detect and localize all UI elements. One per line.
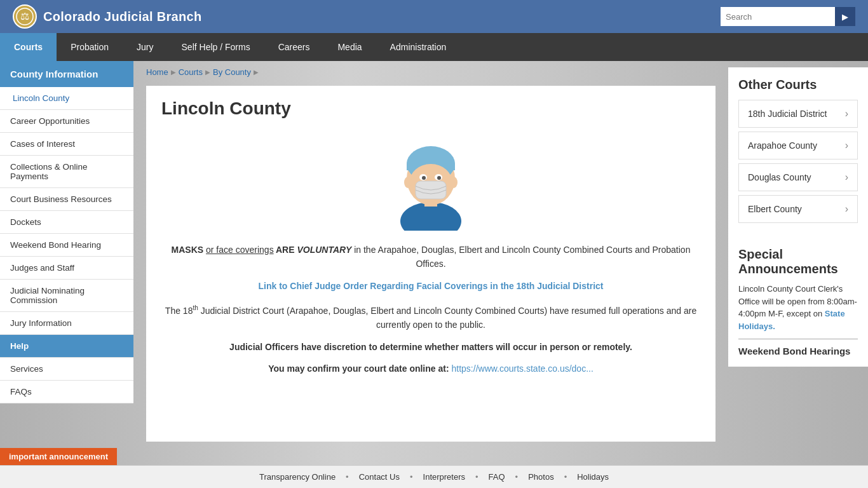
divider <box>738 339 858 339</box>
special-ann-text: Lincoln County Court Clerk's Office will… <box>738 283 858 332</box>
svg-point-11 <box>422 176 426 180</box>
search-input[interactable] <box>721 7 835 26</box>
nav-item-administration[interactable]: Administration <box>376 33 461 61</box>
sidebar-item-weekend-bond[interactable]: Weekend Bond Hearing <box>0 234 133 257</box>
confirm-date-text: You may confirm your court date online a… <box>161 362 700 376</box>
sidebar-item-collections[interactable]: Collections & Online Payments <box>0 156 133 188</box>
weekend-bond-title: Weekend Bond Hearings <box>738 346 858 356</box>
footer-dot-3: • <box>475 472 478 482</box>
svg-text:⚖: ⚖ <box>20 11 29 22</box>
chevron-icon-douglas: › <box>845 172 848 183</box>
page-body: County Information Lincoln County Career… <box>0 61 868 465</box>
footer-holidays[interactable]: Holidays <box>577 472 609 482</box>
logo-container: ⚖ Colorado Judicial Branch <box>13 4 201 29</box>
sidebar-item-judges-staff[interactable]: Judges and Staff <box>0 257 133 280</box>
superscript-th: th <box>193 304 198 311</box>
sidebar-item-services[interactable]: Services <box>0 358 133 381</box>
left-sidebar: County Information Lincoln County Career… <box>0 61 133 465</box>
court-label-douglas: Douglas County <box>748 172 811 182</box>
sidebar-item-faqs[interactable]: FAQs <box>0 381 133 403</box>
other-courts-title: Other Courts <box>738 78 858 92</box>
mask-image-container <box>161 129 700 233</box>
search-button[interactable]: ▶ <box>835 7 855 26</box>
sidebar-item-dockets[interactable]: Dockets <box>0 211 133 234</box>
logo-icon: ⚖ <box>13 4 37 29</box>
court-label-arapahoe: Arapahoe County <box>748 140 817 151</box>
officer-discretion-text: Judicial Officers have discretion to det… <box>161 340 700 354</box>
voluntary-text: VOLUNTARY <box>297 245 351 255</box>
search-container: ▶ <box>721 7 855 26</box>
sidebar-item-judicial-nominating[interactable]: Judicial Nominating Commission <box>0 280 133 312</box>
special-announcements-card: Special Announcements Lincoln County Cou… <box>728 237 868 367</box>
important-announcement-banner[interactable]: important announcement <box>0 448 117 465</box>
page-title: Lincoln County <box>161 98 700 119</box>
footer-dot-5: • <box>564 472 567 482</box>
district-court-text: The 18th Judicial District Court (Arapah… <box>161 303 700 332</box>
breadcrumb-sep-1: ▶ <box>171 69 176 76</box>
breadcrumb-courts[interactable]: Courts <box>179 67 203 77</box>
chief-judge-paragraph: Link to Chief Judge Order Regarding Faci… <box>161 279 700 293</box>
footer-dot-4: • <box>515 472 519 482</box>
body-text-3: Judicial District Court (Arapahoe, Dougl… <box>198 306 696 330</box>
chevron-icon-arapahoe: › <box>845 140 848 151</box>
court-link-douglas[interactable]: Douglas County › <box>738 163 858 191</box>
footer-photos[interactable]: Photos <box>528 472 553 482</box>
svg-point-13 <box>404 177 412 188</box>
mask-image <box>380 129 482 231</box>
main-nav: Courts Probation Jury Self Help / Forms … <box>0 33 868 61</box>
breadcrumb: Home ▶ Courts ▶ By County ▶ <box>146 61 715 86</box>
court-link-arapahoe[interactable]: Arapahoe County › <box>738 132 858 159</box>
main-content: Home ▶ Courts ▶ By County ▶ Lincoln Coun… <box>133 61 728 465</box>
confirm-label: You may confirm your court date online a… <box>268 363 451 374</box>
footer-transparency[interactable]: Transparency Online <box>259 472 336 482</box>
svg-point-14 <box>450 177 458 188</box>
sidebar-item-career-opportunities[interactable]: Career Opportunities <box>0 110 133 133</box>
content-card: Lincoln County <box>146 86 715 442</box>
mask-notice: MASKS or face coverings ARE VOLUNTARY in… <box>161 243 700 271</box>
footer-interpreters[interactable]: Interpreters <box>423 472 465 482</box>
svg-point-12 <box>437 176 441 180</box>
nav-item-probation[interactable]: Probation <box>57 33 123 61</box>
sidebar-item-help[interactable]: Help <box>0 335 133 358</box>
footer-dot-1: • <box>346 472 349 482</box>
officer-text: Judicial Officers have discretion to det… <box>229 342 632 352</box>
nav-item-media[interactable]: Media <box>323 33 376 61</box>
special-ann-title: Special Announcements <box>738 247 858 276</box>
confirm-link[interactable]: https://www.courts.state.co.us/doc... <box>452 363 593 374</box>
body-text-1: The 18 <box>165 306 193 316</box>
site-header: ⚖ Colorado Judicial Branch ▶ <box>0 0 868 33</box>
nav-item-jury[interactable]: Jury <box>123 33 167 61</box>
right-sidebar: Other Courts 18th Judicial District › Ar… <box>728 61 868 465</box>
breadcrumb-sep-3: ▶ <box>254 69 259 76</box>
face-coverings-link[interactable]: or face coverings <box>206 245 274 255</box>
court-link-18th[interactable]: 18th Judicial District › <box>738 100 858 128</box>
mask-location-text: in the Arapahoe, Douglas, Elbert and Lin… <box>351 245 690 269</box>
site-title: Colorado Judicial Branch <box>43 10 201 24</box>
chief-judge-link[interactable]: Link to Chief Judge Order Regarding Faci… <box>259 281 604 291</box>
other-courts-card: Other Courts 18th Judicial District › Ar… <box>728 67 868 237</box>
sidebar-item-court-business[interactable]: Court Business Resources <box>0 188 133 211</box>
footer-contact[interactable]: Contact Us <box>359 472 400 482</box>
footer-bar: Transparency Online • Contact Us • Inter… <box>0 465 868 488</box>
nav-item-careers[interactable]: Careers <box>264 33 324 61</box>
chevron-icon-18th: › <box>845 108 848 119</box>
court-label-elbert: Elbert County <box>748 204 802 214</box>
are-text: ARE VOLUNTARY <box>274 245 352 255</box>
court-label-18th: 18th Judicial District <box>748 109 827 119</box>
mask-text-bold: MASKS <box>172 245 206 255</box>
breadcrumb-home[interactable]: Home <box>146 67 168 77</box>
footer-faq[interactable]: FAQ <box>489 472 505 482</box>
sidebar-item-cases-of-interest[interactable]: Cases of Interest <box>0 133 133 156</box>
breadcrumb-by-county[interactable]: By County <box>213 67 251 77</box>
breadcrumb-sep-2: ▶ <box>205 69 210 76</box>
nav-item-courts[interactable]: Courts <box>0 33 57 61</box>
court-link-elbert[interactable]: Elbert County › <box>738 195 858 223</box>
sidebar-header: County Information <box>0 61 133 87</box>
sidebar-item-lincoln-county[interactable]: Lincoln County <box>0 87 133 110</box>
nav-item-selfhelp[interactable]: Self Help / Forms <box>168 33 264 61</box>
footer-dot-2: • <box>410 472 413 482</box>
chevron-icon-elbert: › <box>845 203 848 215</box>
sidebar-item-jury-information[interactable]: Jury Information <box>0 312 133 335</box>
